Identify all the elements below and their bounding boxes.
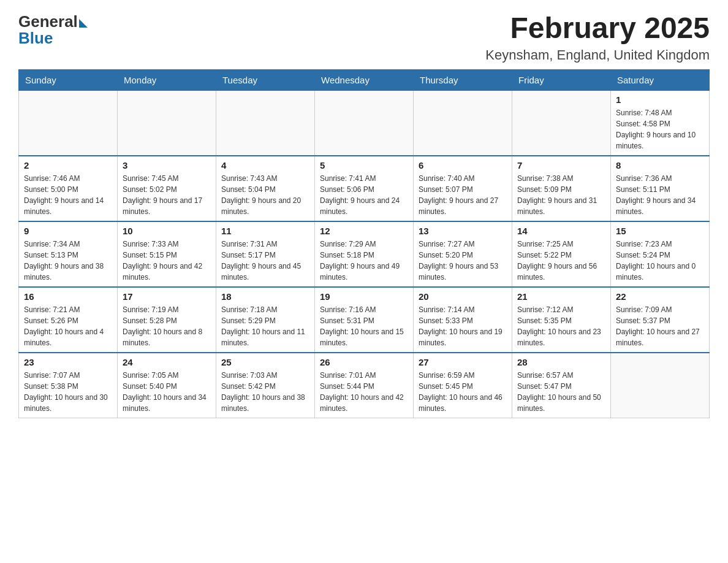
- day-number: 11: [221, 226, 309, 236]
- day-info: Sunrise: 7:12 AMSunset: 5:35 PMDaylight:…: [517, 304, 605, 348]
- day-info: Sunrise: 6:57 AMSunset: 5:47 PMDaylight:…: [517, 370, 605, 414]
- calendar-day-cell: 13Sunrise: 7:27 AMSunset: 5:20 PMDayligh…: [414, 221, 512, 287]
- day-info: Sunrise: 7:14 AMSunset: 5:33 PMDaylight:…: [419, 304, 507, 348]
- calendar-day-cell: 3Sunrise: 7:45 AMSunset: 5:02 PMDaylight…: [118, 156, 216, 221]
- day-info: Sunrise: 7:21 AMSunset: 5:26 PMDaylight:…: [24, 304, 112, 348]
- day-number: 7: [517, 160, 605, 170]
- calendar-day-cell: [315, 90, 414, 156]
- day-number: 28: [517, 357, 605, 367]
- day-info: Sunrise: 7:05 AMSunset: 5:40 PMDaylight:…: [123, 370, 211, 414]
- day-info: Sunrise: 7:36 AMSunset: 5:11 PMDaylight:…: [616, 173, 704, 217]
- calendar-day-cell: 15Sunrise: 7:23 AMSunset: 5:24 PMDayligh…: [611, 221, 710, 287]
- logo-blue-text: Blue: [18, 29, 53, 48]
- day-info: Sunrise: 7:40 AMSunset: 5:07 PMDaylight:…: [419, 173, 507, 217]
- calendar-day-cell: [611, 353, 710, 418]
- day-number: 25: [221, 357, 309, 367]
- weekday-header-wednesday: Wednesday: [315, 69, 414, 90]
- calendar-day-cell: 14Sunrise: 7:25 AMSunset: 5:22 PMDayligh…: [512, 221, 611, 287]
- calendar-day-cell: [19, 90, 118, 156]
- day-info: Sunrise: 6:59 AMSunset: 5:45 PMDaylight:…: [419, 370, 507, 414]
- calendar-day-cell: [512, 90, 611, 156]
- calendar-day-cell: 22Sunrise: 7:09 AMSunset: 5:37 PMDayligh…: [611, 287, 710, 353]
- day-number: 5: [320, 160, 408, 170]
- day-number: 27: [419, 357, 507, 367]
- day-info: Sunrise: 7:31 AMSunset: 5:17 PMDaylight:…: [221, 239, 309, 283]
- day-number: 16: [24, 291, 112, 302]
- day-number: 26: [320, 357, 408, 367]
- calendar-day-cell: 20Sunrise: 7:14 AMSunset: 5:33 PMDayligh…: [414, 287, 512, 353]
- day-number: 10: [123, 226, 211, 236]
- day-number: 4: [221, 160, 309, 170]
- calendar-day-cell: 27Sunrise: 6:59 AMSunset: 5:45 PMDayligh…: [414, 353, 512, 418]
- calendar-day-cell: 10Sunrise: 7:33 AMSunset: 5:15 PMDayligh…: [118, 221, 216, 287]
- weekday-header-saturday: Saturday: [611, 69, 710, 90]
- day-number: 24: [123, 357, 211, 367]
- day-info: Sunrise: 7:07 AMSunset: 5:38 PMDaylight:…: [24, 370, 112, 414]
- calendar-day-cell: 25Sunrise: 7:03 AMSunset: 5:42 PMDayligh…: [216, 353, 315, 418]
- calendar-day-cell: [414, 90, 512, 156]
- day-info: Sunrise: 7:29 AMSunset: 5:18 PMDaylight:…: [320, 239, 408, 283]
- calendar-week-row: 23Sunrise: 7:07 AMSunset: 5:38 PMDayligh…: [19, 353, 710, 418]
- location-title: Keynsham, England, United Kingdom: [485, 47, 710, 63]
- weekday-header-friday: Friday: [512, 69, 611, 90]
- day-info: Sunrise: 7:46 AMSunset: 5:00 PMDaylight:…: [24, 173, 112, 217]
- calendar-day-cell: [118, 90, 216, 156]
- day-number: 14: [517, 226, 605, 236]
- calendar-day-cell: 24Sunrise: 7:05 AMSunset: 5:40 PMDayligh…: [118, 353, 216, 418]
- calendar-week-row: 1Sunrise: 7:48 AMSunset: 4:58 PMDaylight…: [19, 90, 710, 156]
- day-number: 2: [24, 160, 112, 170]
- day-number: 20: [419, 291, 507, 302]
- calendar-day-cell: 28Sunrise: 6:57 AMSunset: 5:47 PMDayligh…: [512, 353, 611, 418]
- calendar-day-cell: 2Sunrise: 7:46 AMSunset: 5:00 PMDaylight…: [19, 156, 118, 221]
- calendar-week-row: 9Sunrise: 7:34 AMSunset: 5:13 PMDaylight…: [19, 221, 710, 287]
- day-number: 17: [123, 291, 211, 302]
- calendar-day-cell: 5Sunrise: 7:41 AMSunset: 5:06 PMDaylight…: [315, 156, 414, 221]
- day-number: 19: [320, 291, 408, 302]
- day-info: Sunrise: 7:48 AMSunset: 4:58 PMDaylight:…: [616, 107, 704, 151]
- day-number: 23: [24, 357, 112, 367]
- weekday-header-tuesday: Tuesday: [216, 69, 315, 90]
- month-title: February 2025: [485, 12, 710, 45]
- day-number: 1: [616, 94, 704, 105]
- logo: General Blue: [18, 12, 88, 48]
- day-number: 18: [221, 291, 309, 302]
- day-info: Sunrise: 7:16 AMSunset: 5:31 PMDaylight:…: [320, 304, 408, 348]
- calendar-week-row: 2Sunrise: 7:46 AMSunset: 5:00 PMDaylight…: [19, 156, 710, 221]
- calendar-header-row: SundayMondayTuesdayWednesdayThursdayFrid…: [19, 69, 710, 90]
- weekday-header-sunday: Sunday: [19, 69, 118, 90]
- day-number: 8: [616, 160, 704, 170]
- day-info: Sunrise: 7:43 AMSunset: 5:04 PMDaylight:…: [221, 173, 309, 217]
- calendar-day-cell: 21Sunrise: 7:12 AMSunset: 5:35 PMDayligh…: [512, 287, 611, 353]
- weekday-header-monday: Monday: [118, 69, 216, 90]
- logo-arrow-icon: [79, 19, 88, 28]
- day-info: Sunrise: 7:09 AMSunset: 5:37 PMDaylight:…: [616, 304, 704, 348]
- day-info: Sunrise: 7:27 AMSunset: 5:20 PMDaylight:…: [419, 239, 507, 283]
- title-block: February 2025 Keynsham, England, United …: [485, 12, 710, 63]
- day-number: 21: [517, 291, 605, 302]
- calendar-day-cell: 26Sunrise: 7:01 AMSunset: 5:44 PMDayligh…: [315, 353, 414, 418]
- calendar-day-cell: 18Sunrise: 7:18 AMSunset: 5:29 PMDayligh…: [216, 287, 315, 353]
- day-info: Sunrise: 7:19 AMSunset: 5:28 PMDaylight:…: [123, 304, 211, 348]
- calendar-day-cell: 7Sunrise: 7:38 AMSunset: 5:09 PMDaylight…: [512, 156, 611, 221]
- day-info: Sunrise: 7:23 AMSunset: 5:24 PMDaylight:…: [616, 239, 704, 283]
- calendar-day-cell: 12Sunrise: 7:29 AMSunset: 5:18 PMDayligh…: [315, 221, 414, 287]
- day-info: Sunrise: 7:34 AMSunset: 5:13 PMDaylight:…: [24, 239, 112, 283]
- calendar-day-cell: 8Sunrise: 7:36 AMSunset: 5:11 PMDaylight…: [611, 156, 710, 221]
- page-header: General Blue February 2025 Keynsham, Eng…: [18, 12, 710, 63]
- day-info: Sunrise: 7:01 AMSunset: 5:44 PMDaylight:…: [320, 370, 408, 414]
- day-info: Sunrise: 7:41 AMSunset: 5:06 PMDaylight:…: [320, 173, 408, 217]
- calendar-day-cell: [216, 90, 315, 156]
- calendar-day-cell: 4Sunrise: 7:43 AMSunset: 5:04 PMDaylight…: [216, 156, 315, 221]
- calendar-day-cell: 11Sunrise: 7:31 AMSunset: 5:17 PMDayligh…: [216, 221, 315, 287]
- day-number: 15: [616, 226, 704, 236]
- calendar-day-cell: 23Sunrise: 7:07 AMSunset: 5:38 PMDayligh…: [19, 353, 118, 418]
- calendar-week-row: 16Sunrise: 7:21 AMSunset: 5:26 PMDayligh…: [19, 287, 710, 353]
- day-info: Sunrise: 7:38 AMSunset: 5:09 PMDaylight:…: [517, 173, 605, 217]
- day-info: Sunrise: 7:03 AMSunset: 5:42 PMDaylight:…: [221, 370, 309, 414]
- day-number: 3: [123, 160, 211, 170]
- day-info: Sunrise: 7:33 AMSunset: 5:15 PMDaylight:…: [123, 239, 211, 283]
- day-number: 13: [419, 226, 507, 236]
- day-info: Sunrise: 7:45 AMSunset: 5:02 PMDaylight:…: [123, 173, 211, 217]
- day-number: 12: [320, 226, 408, 236]
- calendar-day-cell: 19Sunrise: 7:16 AMSunset: 5:31 PMDayligh…: [315, 287, 414, 353]
